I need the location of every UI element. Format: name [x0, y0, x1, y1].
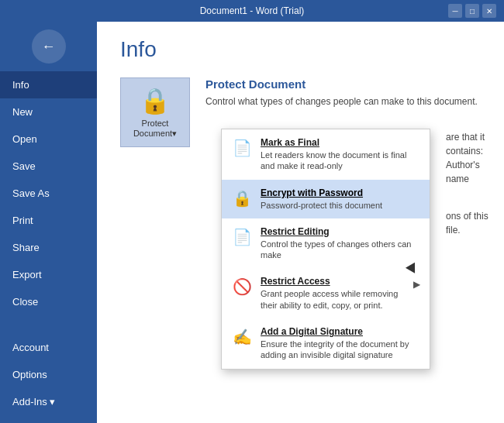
- submenu-arrow-icon: ▶: [413, 279, 420, 290]
- mark-final-content: Mark as Final Let readers know the docum…: [261, 137, 420, 172]
- mark-final-icon: 📄: [231, 137, 253, 159]
- digital-signature-content: Add a Digital Signature Ensure the integ…: [261, 326, 420, 361]
- encrypt-title: Encrypt with Password: [261, 187, 420, 198]
- sidebar-bottom: Account Options Add-Ins ▾: [0, 334, 97, 423]
- sidebar-item-print[interactable]: Print: [0, 207, 97, 234]
- protect-description: Control what types of changes people can…: [205, 95, 478, 108]
- restrict-editing-content: Restrict Editing Control the types of ch…: [261, 226, 420, 261]
- sidebar-item-addins[interactable]: Add-Ins ▾: [0, 388, 97, 415]
- digital-signature-desc: Ensure the integrity of the document by …: [261, 339, 420, 361]
- sidebar-item-saveas[interactable]: Save As: [0, 180, 97, 207]
- sidebar-item-new[interactable]: New: [0, 98, 97, 126]
- sidebar-item-options[interactable]: Options: [0, 361, 97, 388]
- sidebar-item-open[interactable]: Open: [0, 126, 97, 153]
- content-area: Info 🔒 Protect Document▾ Protect Documen…: [97, 22, 504, 423]
- right-content-partial: are that it contains: Author's name ons …: [446, 130, 504, 260]
- window-controls: ─ □ ✕: [448, 4, 496, 18]
- protect-button-label: Protect Document▾: [133, 119, 177, 139]
- menu-item-restrict-editing[interactable]: 📄 Restrict Editing Control the types of …: [222, 218, 430, 269]
- main-layout: ← Info New Open Save Save As Print Share: [0, 22, 504, 423]
- right-text-1: are that it contains:: [446, 130, 504, 158]
- sidebar-nav: Info New Open Save Save As Print Share E…: [0, 71, 97, 423]
- restrict-access-desc: Grant people access while removing their…: [261, 288, 406, 311]
- restrict-access-title: Restrict Access: [261, 276, 406, 287]
- restrict-editing-desc: Control the types of changes others can …: [261, 239, 420, 261]
- protect-text: Protect Document Control what types of c…: [205, 77, 478, 108]
- digital-signature-title: Add a Digital Signature: [261, 326, 420, 337]
- lock-icon: 🔒: [140, 86, 171, 115]
- restrict-access-content: Restrict Access Grant people access whil…: [261, 276, 406, 311]
- sidebar-item-info[interactable]: Info: [0, 71, 97, 98]
- protect-heading: Protect Document: [205, 77, 478, 91]
- sidebar-item-export[interactable]: Export: [0, 261, 97, 288]
- page-title: Info: [120, 37, 481, 62]
- sidebar-item-share[interactable]: Share: [0, 234, 97, 261]
- encrypt-desc: Password-protect this document: [261, 200, 420, 211]
- back-arrow-icon: ←: [42, 39, 56, 55]
- sidebar-item-save[interactable]: Save: [0, 153, 97, 180]
- encrypt-content: Encrypt with Password Password-protect t…: [261, 187, 420, 211]
- sidebar-item-account[interactable]: Account: [0, 334, 97, 361]
- menu-item-mark-final[interactable]: 📄 Mark as Final Let readers know the doc…: [222, 129, 430, 180]
- mark-final-desc: Let readers know the document is final a…: [261, 150, 420, 172]
- window-title: Document1 - Word (Trial): [200, 5, 305, 16]
- minimize-button[interactable]: ─: [448, 4, 462, 18]
- protect-dropdown-menu: 📄 Mark as Final Let readers know the doc…: [221, 129, 430, 370]
- menu-item-encrypt-password[interactable]: 🔒 Encrypt with Password Password-protect…: [222, 180, 430, 218]
- menu-item-restrict-access[interactable]: 🚫 Restrict Access Grant people access wh…: [222, 268, 430, 318]
- menu-item-digital-signature[interactable]: ✍ Add a Digital Signature Ensure the int…: [222, 318, 430, 369]
- maximize-button[interactable]: □: [465, 4, 479, 18]
- right-text-3: ons of this file.: [446, 209, 504, 237]
- sidebar-item-close[interactable]: Close: [0, 288, 97, 315]
- restrict-editing-icon: 📄: [231, 226, 253, 248]
- restrict-access-icon: 🚫: [231, 276, 253, 297]
- close-button[interactable]: ✕: [482, 4, 496, 18]
- restrict-editing-title: Restrict Editing: [261, 226, 420, 237]
- protect-document-button[interactable]: 🔒 Protect Document▾: [120, 77, 190, 147]
- mark-final-title: Mark as Final: [261, 137, 420, 148]
- right-text-2: Author's name: [446, 158, 504, 186]
- encrypt-icon: 🔒: [231, 187, 253, 209]
- title-bar: Document1 - Word (Trial) ─ □ ✕: [0, 0, 504, 22]
- digital-signature-icon: ✍: [231, 326, 253, 348]
- back-button[interactable]: ←: [32, 29, 66, 64]
- sidebar: ← Info New Open Save Save As Print Share: [0, 22, 97, 423]
